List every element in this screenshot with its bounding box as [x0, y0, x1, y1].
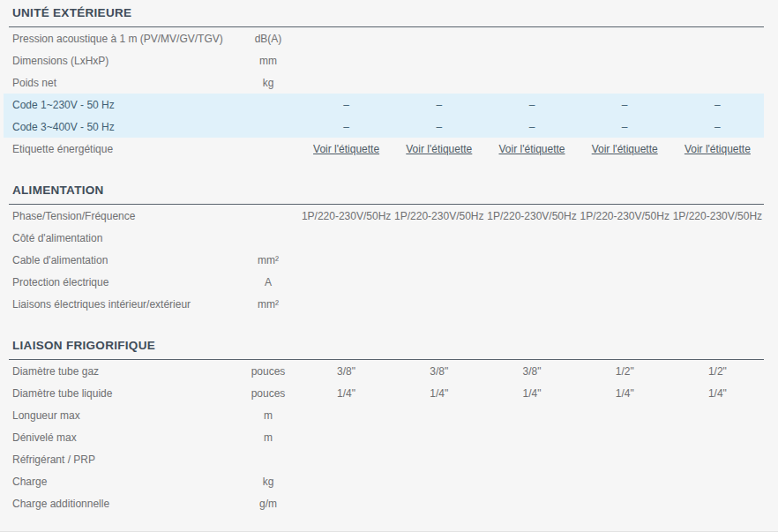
section-title: UNITÉ EXTÉRIEURE — [12, 6, 764, 19]
voir-etiquette-link[interactable]: Voir l'étiquette — [498, 143, 565, 155]
row-value: – — [393, 121, 485, 133]
section-alimentation: ALIMENTATIONPhase/Tension/Fréquence1P/22… — [9, 184, 764, 315]
row-label: Dimensions (LxHxP) — [12, 55, 236, 67]
table-row: Chargekg — [9, 470, 764, 492]
row-value: 1P/220-230V/50Hz — [485, 210, 578, 222]
table-row: Etiquette énergétiqueVoir l'étiquetteVoi… — [9, 138, 764, 160]
row-value: – — [300, 99, 393, 111]
row-value: 3/8" — [300, 365, 393, 378]
table-row: Code 3~400V - 50 Hz––––– — [4, 116, 764, 138]
table-row: Pression acoustique à 1 m (PV/MV/GV/TGV)… — [9, 27, 764, 49]
row-unit: pouces — [236, 365, 300, 378]
row-value: 1/4" — [300, 387, 393, 400]
voir-etiquette-link[interactable]: Voir l'étiquette — [592, 143, 658, 155]
table-row: Dénivelé maxm — [9, 426, 764, 448]
row-value: 1/4" — [393, 387, 485, 400]
row-unit: kg — [236, 77, 300, 89]
spec-table: UNITÉ EXTÉRIEUREPression acoustique à 1 … — [0, 0, 778, 532]
row-value: 1P/220-230V/50Hz — [393, 210, 485, 222]
row-label: Réfrigérant / PRP — [12, 453, 236, 466]
row-value: 1/2" — [671, 365, 764, 378]
row-value: 3/8" — [393, 365, 485, 378]
row-value-cell: Voir l'étiquette — [485, 143, 578, 155]
row-label: Côté d'alimentation — [12, 232, 236, 244]
row-label: Etiquette énergétique — [12, 143, 236, 155]
row-value-cell: Voir l'étiquette — [579, 143, 671, 155]
row-value: – — [300, 121, 393, 133]
row-value-cell: Voir l'étiquette — [300, 143, 393, 155]
row-unit: pouces — [236, 387, 300, 400]
row-label: Liaisons électriques intérieur/extérieur — [12, 298, 236, 311]
row-label: Dénivelé max — [12, 431, 236, 444]
row-value: 1P/220-230V/50Hz — [579, 210, 671, 222]
row-value-cell: Voir l'étiquette — [393, 143, 485, 155]
row-label: Charge additionnelle — [12, 498, 236, 510]
section-liaison-frigorifique: LIAISON FRIGORIFIQUEDiamètre tube gazpou… — [9, 339, 764, 514]
row-value: – — [485, 121, 578, 133]
row-value: – — [671, 99, 764, 111]
table-row: Code 1~230V - 50 Hz––––– — [4, 94, 764, 116]
row-value-cell: Voir l'étiquette — [671, 143, 764, 155]
row-label: Protection électrique — [12, 276, 236, 288]
row-label: Code 1~230V - 50 Hz — [12, 99, 236, 111]
section-title: ALIMENTATION — [12, 184, 764, 197]
row-unit: mm² — [236, 298, 300, 311]
row-label: Charge — [12, 476, 236, 488]
row-value: – — [485, 99, 578, 111]
row-unit: A — [236, 276, 300, 288]
row-value: – — [393, 99, 485, 111]
section-unite-exterieure: UNITÉ EXTÉRIEUREPression acoustique à 1 … — [9, 6, 764, 160]
row-label: Diamètre tube gaz — [12, 365, 236, 378]
row-label: Phase/Tension/Fréquence — [12, 210, 236, 222]
voir-etiquette-link[interactable]: Voir l'étiquette — [313, 143, 379, 155]
voir-etiquette-link[interactable]: Voir l'étiquette — [406, 143, 472, 155]
row-value: 1P/220-230V/50Hz — [671, 210, 764, 222]
row-value: 1/4" — [485, 387, 578, 400]
voir-etiquette-link[interactable]: Voir l'étiquette — [684, 143, 751, 155]
table-row: Diamètre tube gazpouces3/8"3/8"3/8"1/2"1… — [9, 360, 764, 382]
table-row: Dimensions (LxHxP)mm — [9, 49, 764, 71]
row-value: – — [579, 99, 671, 111]
row-value: 3/8" — [485, 365, 578, 378]
row-label: Code 3~400V - 50 Hz — [12, 121, 236, 133]
row-value: – — [579, 121, 671, 133]
table-row: Phase/Tension/Fréquence1P/220-230V/50Hz1… — [9, 205, 764, 227]
row-unit: kg — [236, 476, 300, 488]
table-row: Poids netkg — [9, 71, 764, 94]
row-value: 1/4" — [579, 387, 671, 400]
row-value: 1/2" — [579, 365, 671, 378]
table-row: Côté d'alimentation — [9, 227, 764, 249]
row-value: 1/4" — [671, 387, 764, 400]
table-row: Diamètre tube liquidepouces1/4"1/4"1/4"1… — [9, 382, 764, 404]
row-unit: dB(A) — [236, 33, 300, 45]
section-title: LIAISON FRIGORIFIQUE — [12, 339, 764, 352]
row-value: 1P/220-230V/50Hz — [300, 210, 393, 222]
table-row: Réfrigérant / PRP — [9, 448, 764, 470]
table-row: Cable d'alimentationmm² — [9, 249, 764, 271]
table-row: Liaisons électriques intérieur/extérieur… — [9, 293, 764, 315]
row-label: Pression acoustique à 1 m (PV/MV/GV/TGV) — [12, 33, 236, 45]
row-unit: m — [236, 409, 300, 422]
row-label: Diamètre tube liquide — [12, 387, 236, 400]
row-label: Poids net — [12, 77, 236, 89]
row-unit: m — [236, 431, 300, 444]
row-unit: mm — [236, 55, 300, 67]
row-unit: mm² — [236, 254, 300, 266]
table-row: Longueur maxm — [9, 404, 764, 426]
row-unit: g/m — [236, 498, 300, 510]
table-row: Charge additionnelleg/m — [9, 492, 764, 514]
row-label: Cable d'alimentation — [12, 254, 236, 266]
row-value: – — [671, 121, 764, 133]
table-row: Protection électriqueA — [9, 271, 764, 293]
row-label: Longueur max — [12, 409, 236, 422]
